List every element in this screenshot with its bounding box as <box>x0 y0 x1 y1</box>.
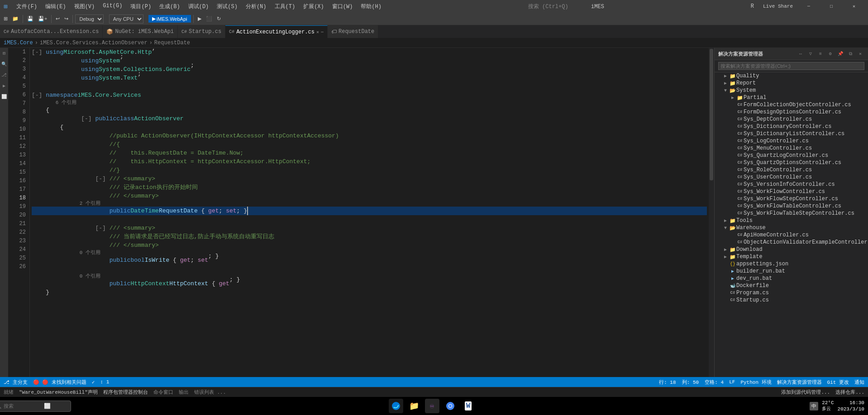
tree-item-formcollection[interactable]: ▶ C# FormCollectionObjectController.cs <box>715 101 868 108</box>
tree-item-quality[interactable]: ▶ 📁 Quality <box>715 72 868 80</box>
tree-item-template[interactable]: ▶ 📁 Template <box>715 253 868 260</box>
menu-window[interactable]: 窗口(W) <box>329 2 357 11</box>
tab-autofac[interactable]: C# AutofacConta...Extension.cs <box>0 25 103 38</box>
tab-close-actionlogger[interactable]: ✕ <box>316 29 319 35</box>
tree-item-apihome[interactable]: ▶ C# ApiHomeController.cs <box>715 231 868 239</box>
bottom-output[interactable]: 输出 <box>179 389 189 396</box>
menu-edit[interactable]: 编辑(E) <box>42 2 70 11</box>
maximize-button[interactable]: □ <box>821 0 842 13</box>
fold-8[interactable]: [-] <box>81 114 91 123</box>
tree-item-objectaction[interactable]: ▶ C# ObjectActionValidatorExampleControl… <box>715 239 868 246</box>
taskbar-ime[interactable]: 中 <box>810 402 818 410</box>
status-notification[interactable]: 通知 <box>854 379 864 386</box>
taskbar-weather[interactable]: 22°C 多云 <box>822 400 834 412</box>
live-share-button[interactable]: Live Share <box>759 3 796 10</box>
tree-item-sysmenu[interactable]: ▶ C# Sys_MenuController.cs <box>715 145 868 152</box>
status-encoding[interactable]: LF <box>729 379 735 385</box>
status-git[interactable]: ⎇ 主分支 <box>4 379 28 386</box>
tree-item-tools[interactable]: ▶ 📁 Tools <box>715 217 868 224</box>
tree-arrow-system[interactable]: ▼ <box>722 88 729 93</box>
code-editor[interactable]: 1 2 3 4 5 6 7 8 9 10 11 12 13 14 15 16 1… <box>8 48 709 377</box>
tree-item-partial[interactable]: ▶ 📁 Partial <box>715 94 868 101</box>
tab-requestdate[interactable]: 🏷 RequestDate <box>328 25 378 38</box>
tree-item-sysworkflowtable[interactable]: ▶ C# Sys_WorkFlowTableController.cs <box>715 203 868 210</box>
tree-arrow-warehouse[interactable]: ▼ <box>722 226 729 231</box>
toolbar-undo[interactable]: ↩ <box>54 15 62 23</box>
tree-item-devrun[interactable]: ▶ ▶ dev_run.bat <box>715 275 868 282</box>
tree-arrow-quality[interactable]: ▶ <box>722 73 729 79</box>
menu-analyze[interactable]: 分析(N) <box>242 2 270 11</box>
tree-item-sysworkflowtablestep[interactable]: ▶ C# Sys_WorkFlowTableStepController.cs <box>715 210 868 217</box>
search-input-taskbar[interactable] <box>4 403 67 409</box>
tab-actionlogger[interactable]: C# ActionExecutingLogger.cs ✕ ⋯ <box>225 25 328 38</box>
code-content[interactable]: [-] using Microsoft.AspNetCore.Http; usi… <box>30 48 709 377</box>
menu-file[interactable]: 文件(F) <box>13 2 41 11</box>
tab-nuget[interactable]: 📦 NuGet: iMES.WebApi <box>103 25 178 38</box>
tree-item-sysdict[interactable]: ▶ C# Sys_DictionaryController.cs <box>715 123 868 130</box>
cpu-dropdown[interactable]: Any CPU <box>109 14 143 24</box>
tree-item-warehouse[interactable]: ▼ 📂 Warehouse <box>715 224 868 231</box>
tree-item-sysversioninfo[interactable]: ▶ C# Sys_VersionInfoController.cs <box>715 181 868 188</box>
scrollbar-vertical[interactable] <box>709 48 714 377</box>
tree-item-sysdictlist[interactable]: ▶ C# Sys_DictionaryListController.cs <box>715 130 868 137</box>
search-bar-taskbar[interactable]: 🔍 <box>0 401 71 412</box>
tree-item-sysquartzlog[interactable]: ▶ C# Sys_QuartzLogController.cs <box>715 152 868 159</box>
tree-item-formdesign[interactable]: ▶ C# FormDesignOptionsController.cs <box>715 108 868 116</box>
left-icon-search[interactable]: 🔍 <box>0 61 8 68</box>
tree-item-sysdept[interactable]: ▶ C# Sys_DeptController.cs <box>715 116 868 123</box>
taskbar-chrome[interactable] <box>443 399 458 413</box>
taskbar-word[interactable]: W <box>461 399 476 413</box>
tab-startup[interactable]: C# Startup.cs <box>178 25 225 38</box>
taskbar-explorer[interactable]: 📁 <box>407 399 421 413</box>
status-git-changes[interactable]: Git 更改 <box>827 379 849 386</box>
minimize-button[interactable]: ─ <box>798 0 819 13</box>
bottom-pkg-manager[interactable]: 程序包管理器控制台 <box>103 389 148 396</box>
left-icon-git[interactable]: ⎇ <box>0 71 8 79</box>
tree-item-system[interactable]: ▼ 📂 System <box>715 87 868 94</box>
breadcrumb-namespace[interactable]: iMES.Core.Services.ActionObserver <box>40 40 148 46</box>
left-icon-explorer[interactable]: ⊞ <box>0 50 8 57</box>
taskbar-visualstudio[interactable]: ♾ <box>425 399 439 413</box>
menu-help[interactable]: 帮助(H) <box>357 2 385 11</box>
run-button[interactable]: ▶ iMES.WebApi <box>148 15 191 23</box>
clock-display[interactable]: 16:30 2023/3/10 <box>838 400 864 413</box>
tree-item-download[interactable]: ▶ 📁 Download <box>715 246 868 253</box>
status-errors[interactable]: 🔴 🔴 未找到相关问题 <box>33 379 86 386</box>
toolbar-new[interactable]: ⊞ <box>2 15 10 23</box>
tree-item-sysquartzopt[interactable]: ▶ C# Sys_QuartzOptionsController.cs <box>715 159 868 166</box>
se-btn-pin[interactable]: 📌 <box>836 50 844 58</box>
menu-view[interactable]: 视图(V) <box>71 2 99 11</box>
scrollbar-thumb[interactable] <box>710 49 713 180</box>
bottom-error-list[interactable]: 错误列表 ... <box>194 389 226 396</box>
status-lang[interactable]: Python 环境 <box>740 379 771 386</box>
se-btn-settings[interactable]: ⚙ <box>826 50 835 58</box>
status-sync[interactable]: ↕ 1 <box>100 379 109 385</box>
tree-arrow-partial[interactable]: ▶ <box>729 95 736 100</box>
close-button[interactable]: ✕ <box>844 0 864 13</box>
taskbar-edge[interactable] <box>389 399 403 413</box>
se-btn-close[interactable]: ✕ <box>856 50 864 58</box>
tree-arrow-report[interactable]: ▶ <box>722 80 729 86</box>
se-btn-filter[interactable]: ≡ <box>816 50 825 58</box>
tree-arrow-tools[interactable]: ▶ <box>722 218 729 223</box>
se-btn-collapse[interactable]: ▽ <box>806 50 815 58</box>
tree-arrow-template[interactable]: ▶ <box>722 254 729 259</box>
tree-item-program[interactable]: ▶ C# Program.cs <box>715 289 868 297</box>
menu-debug[interactable]: 调试(D) <box>185 2 213 11</box>
taskbar-search[interactable]: 🔍 <box>24 399 38 413</box>
solution-search-input[interactable] <box>718 62 864 70</box>
toolbar-saveall[interactable]: 💾+ <box>36 15 49 23</box>
status-check[interactable]: ✓ <box>92 379 95 385</box>
tree-item-sysworkflow[interactable]: ▶ C# Sys_WorkFlowController.cs <box>715 188 868 195</box>
tree-item-syslog[interactable]: ▶ C# Sys_LogController.cs <box>715 137 868 145</box>
left-icon-debug[interactable]: ▶ <box>0 82 8 90</box>
tree-item-dockerfile[interactable]: ▶ 🐋 Dockerfile <box>715 282 868 289</box>
tree-item-appsettings[interactable]: ▶ {} appsettings.json <box>715 260 868 268</box>
menu-tools[interactable]: 工具(T) <box>271 2 299 11</box>
menu-extensions[interactable]: 扩展(X) <box>300 2 328 11</box>
left-icon-extensions[interactable]: ⬜ <box>0 93 8 100</box>
tree-item-builderrun[interactable]: ▶ ▶ builder_run.bat <box>715 268 868 275</box>
r-button[interactable]: R <box>747 2 758 10</box>
status-solution-exp[interactable]: 解决方案资源管理器 <box>777 379 822 386</box>
se-btn-sync[interactable]: ↔ <box>796 50 805 58</box>
